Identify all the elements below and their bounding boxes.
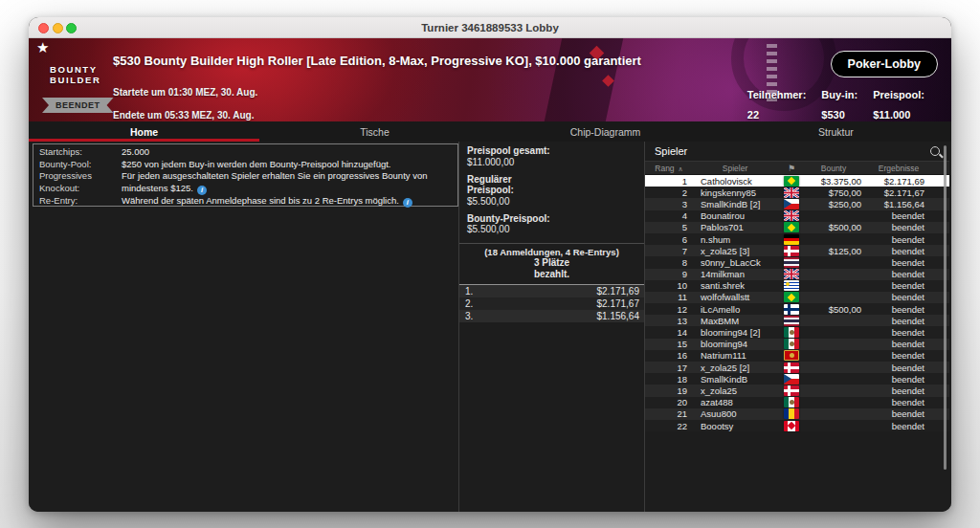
- players-scrollbar[interactable]: [944, 145, 947, 470]
- tab-home[interactable]: Home: [29, 121, 259, 142]
- column-header-flag[interactable]: ⚑: [777, 164, 806, 173]
- logo-line-2: BUILDER: [50, 75, 100, 85]
- player-flag-cell: [777, 350, 806, 361]
- player-row[interactable]: 4Bounatiroubeendet: [645, 210, 949, 222]
- flag-me-icon: [784, 350, 799, 361]
- players-panel-header: Spieler: [645, 142, 949, 161]
- prizepool-panel: Preispool gesamt:$11.000,00Regulärer Pre…: [459, 142, 645, 512]
- flag-br-icon: [784, 222, 799, 232]
- player-rank: 9: [645, 269, 693, 279]
- flag-th-icon: [784, 257, 799, 268]
- player-row[interactable]: 17x_zola25 [2]beendet: [645, 362, 949, 373]
- player-result: beendet: [861, 421, 949, 431]
- payout-list: 1.$2.171,692.$2.171,673.$1.156,64: [459, 285, 644, 322]
- column-header-bounty[interactable]: Bounty: [806, 164, 861, 173]
- poker-lobby-button[interactable]: Poker-Lobby: [831, 51, 938, 77]
- tournament-stat: Teilnehmer:22: [747, 89, 807, 121]
- bounty-builder-logo: BOUNTY BUILDER: [50, 64, 100, 86]
- player-rank: 11: [645, 292, 693, 302]
- prize-value: $11.000,00: [467, 157, 636, 168]
- flag-dk-icon: [784, 363, 799, 373]
- flag-gb-icon: [784, 210, 799, 221]
- tab-chip-diagramm[interactable]: Chip-Diagramm: [490, 121, 721, 142]
- window-title: Turnier 3461889533 Lobby: [421, 22, 559, 33]
- stat-value: $530: [821, 109, 858, 121]
- player-flag-cell: [777, 176, 806, 187]
- search-icon[interactable]: [930, 146, 940, 156]
- player-row[interactable]: 3SmallKindB [2]$250,00$1.156,64: [645, 198, 949, 209]
- player-name: azat488: [693, 397, 777, 407]
- column-header-spieler[interactable]: Spieler: [693, 164, 777, 173]
- info-icon[interactable]: i: [403, 198, 412, 208]
- player-result: beendet: [861, 210, 949, 221]
- column-header-rang[interactable]: Rang∧: [645, 164, 693, 173]
- player-row[interactable]: 5Pablos701$500,00beendet: [645, 222, 949, 233]
- player-flag-cell: [777, 187, 806, 198]
- player-name: wolfofwallstt: [693, 292, 777, 302]
- flag-gb-icon: [784, 187, 799, 198]
- player-bounty: $500,00: [806, 222, 861, 232]
- stat-value: $11.000: [873, 109, 924, 121]
- tournament-stats: Teilnehmer:22Buy-in:$530Preispool:$11.00…: [747, 89, 924, 121]
- player-row[interactable]: 16Natrium111beendet: [645, 350, 949, 362]
- stat-value: 22: [747, 109, 807, 121]
- player-name: x_zola25 [3]: [693, 246, 777, 256]
- player-row[interactable]: 22Boootsybeendet: [645, 420, 949, 431]
- player-row[interactable]: 8s0nny_bLacCkbeendet: [645, 256, 949, 268]
- tab-struktur[interactable]: Struktur: [721, 121, 951, 142]
- minimize-window-button[interactable]: [53, 23, 63, 33]
- payout-amount: $2.171,69: [597, 286, 640, 297]
- player-row[interactable]: 6n.shumbeendet: [645, 233, 949, 245]
- player-row[interactable]: 19x_zola25beendet: [645, 385, 949, 396]
- player-name: blooming94 [2]: [693, 327, 777, 338]
- info-value-text: Während der späten Anmeldephase sind bis…: [122, 195, 399, 206]
- flag-uy-icon: [784, 280, 799, 291]
- payout-row: 3.$1.156,64: [459, 310, 644, 322]
- player-row[interactable]: 1Catholovisck$3.375,00$2.171,69: [645, 175, 949, 187]
- zoom-window-button[interactable]: [66, 23, 77, 33]
- player-row[interactable]: 11wolfofwallsttbeendet: [645, 292, 949, 303]
- player-result: beendet: [861, 304, 949, 315]
- flag-emblem: [790, 341, 794, 346]
- entries-note: (18 Anmeldungen, 4 Re-Entrys): [459, 244, 644, 257]
- player-rank: 20: [645, 397, 693, 407]
- tab-tische[interactable]: Tische: [259, 121, 490, 142]
- info-label: Bounty-Pool:: [39, 159, 116, 171]
- info-label: Re-Entry:: [39, 195, 116, 208]
- player-row[interactable]: 14blooming94 [2]beendet: [645, 326, 949, 338]
- stat-label: Preispool:: [873, 89, 924, 100]
- flag-emblem: [790, 330, 794, 335]
- player-row[interactable]: 2kingskenny85$750,00$2.171,67: [645, 187, 949, 198]
- player-flag-cell: [777, 374, 806, 385]
- player-row[interactable]: 7x_zola25 [3]$125,00beendet: [645, 245, 949, 256]
- player-row[interactable]: 12iLcAmello$500,00beendet: [645, 303, 949, 315]
- flag-th-icon: [784, 316, 799, 326]
- player-rank: 16: [645, 350, 693, 361]
- favorite-star-icon[interactable]: ★: [36, 39, 49, 56]
- tournament-stat: Buy-in:$530: [821, 89, 858, 121]
- player-row[interactable]: 13MaxBMMbeendet: [645, 315, 949, 326]
- flag-emblem: [786, 282, 790, 286]
- flag-triangle: [784, 374, 791, 384]
- player-rank: 21: [645, 408, 693, 419]
- info-icon[interactable]: i: [197, 186, 207, 195]
- player-row[interactable]: 18SmallKindBbeendet: [645, 373, 949, 385]
- player-row[interactable]: 10santi.shrekbeendet: [645, 280, 949, 292]
- flag-emblem: [790, 400, 794, 405]
- flag-gb-icon: [784, 269, 799, 279]
- player-flag-cell: [777, 257, 806, 268]
- player-result: beendet: [861, 222, 949, 232]
- player-rank: 3: [645, 199, 693, 209]
- player-row[interactable]: 21Asuu800beendet: [645, 408, 949, 420]
- payout-amount: $1.156,64: [597, 311, 640, 321]
- places-paid-line1: 3 Plätze: [459, 257, 644, 269]
- payout-amount: $2.171,67: [597, 298, 640, 309]
- player-result: beendet: [861, 385, 949, 396]
- player-result: beendet: [861, 363, 949, 373]
- column-header-ergebnisse[interactable]: Ergebnisse: [861, 164, 949, 173]
- player-row[interactable]: 20azat488beendet: [645, 397, 949, 408]
- player-row[interactable]: 914milkmanbeendet: [645, 269, 949, 280]
- player-row[interactable]: 15blooming94beendet: [645, 339, 949, 350]
- desktop-background: Turnier 3461889533 Lobby ★ BOUNTY BUILDE…: [0, 0, 980, 528]
- close-window-button[interactable]: [38, 23, 49, 33]
